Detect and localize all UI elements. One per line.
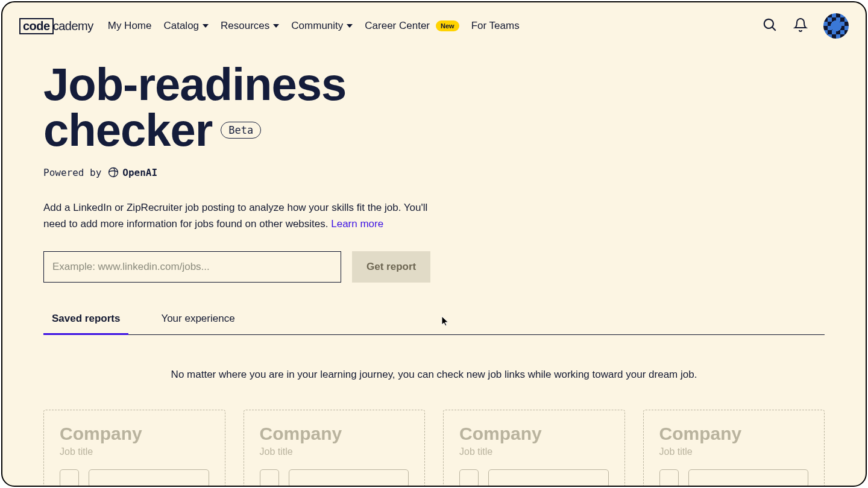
openai-logo: OpenAI — [107, 166, 157, 178]
input-row: Get report — [43, 251, 825, 283]
logo-rest: cademy — [53, 19, 93, 33]
main-content: Job-readiness checker Beta Powered by Op… — [2, 39, 866, 487]
nav-label: Community — [291, 20, 343, 32]
learn-more-link[interactable]: Learn more — [331, 218, 383, 230]
journey-text: No matter where you are in your learning… — [43, 369, 825, 381]
page-title-line1: Job-readiness — [43, 58, 346, 110]
card-company: Company — [459, 424, 609, 444]
placeholder-card: Company Job title — [43, 410, 225, 487]
beta-badge: Beta — [221, 122, 261, 139]
placeholder-bar — [289, 469, 409, 487]
placeholder-square — [459, 469, 479, 487]
page-title-line2: checker — [43, 108, 212, 152]
nav-for-teams[interactable]: For Teams — [471, 20, 520, 32]
nav-label: My Home — [108, 20, 152, 32]
openai-text: OpenAI — [122, 167, 157, 178]
card-company: Company — [60, 424, 209, 444]
nav-label: Career Center — [365, 20, 430, 32]
card-subtitle: Job title — [60, 446, 209, 457]
search-icon[interactable] — [762, 17, 778, 35]
get-report-button[interactable]: Get report — [352, 251, 430, 283]
logo-box: code — [19, 18, 54, 34]
card-subtitle: Job title — [459, 446, 609, 457]
avatar[interactable] — [823, 13, 849, 39]
placeholder-bar — [89, 469, 209, 487]
card-company: Company — [260, 424, 409, 444]
card-subtitle: Job title — [260, 446, 409, 457]
placeholder-square — [260, 469, 279, 487]
svg-point-0 — [764, 19, 773, 28]
chevron-down-icon — [203, 24, 209, 28]
svg-point-2 — [109, 168, 118, 177]
nav-resources[interactable]: Resources — [221, 20, 279, 32]
tab-your-experience[interactable]: Your experience — [153, 307, 243, 334]
powered-prefix: Powered by — [43, 167, 101, 178]
nav-label: Catalog — [163, 20, 199, 32]
powered-by: Powered by OpenAI — [43, 166, 825, 178]
chevron-down-icon — [347, 24, 353, 28]
placeholder-card: Company Job title — [443, 410, 625, 487]
nav-catalog[interactable]: Catalog — [163, 20, 209, 32]
placeholder-bar — [488, 469, 609, 487]
new-badge: New — [436, 20, 459, 31]
nav-links: My Home Catalog Resources Community Care… — [108, 20, 520, 32]
chevron-down-icon — [273, 24, 279, 28]
nav-label: For Teams — [471, 20, 520, 32]
job-url-input[interactable] — [43, 251, 341, 283]
description: Add a LinkedIn or ZipRecruiter job posti… — [43, 200, 429, 232]
bell-icon[interactable] — [793, 17, 808, 34]
placeholder-card: Company Job title — [643, 410, 825, 487]
placeholder-bar — [688, 469, 809, 487]
nav-community[interactable]: Community — [291, 20, 353, 32]
placeholder-card: Company Job title — [244, 410, 426, 487]
card-company: Company — [659, 424, 809, 444]
tab-saved-reports[interactable]: Saved reports — [43, 307, 128, 335]
placeholder-square — [60, 469, 79, 487]
nav-label: Resources — [221, 20, 269, 32]
svg-line-1 — [772, 27, 775, 30]
nav-career-center[interactable]: Career CenterNew — [365, 20, 459, 32]
placeholder-cards: Company Job title Company Job title Comp… — [43, 410, 825, 487]
nav-my-home[interactable]: My Home — [108, 20, 152, 32]
nav-right — [762, 13, 849, 39]
logo[interactable]: codecademy — [19, 18, 93, 34]
top-nav: codecademy My Home Catalog Resources Com… — [2, 2, 866, 39]
card-subtitle: Job title — [659, 446, 809, 457]
tabs: Saved reports Your experience — [43, 307, 825, 335]
placeholder-square — [659, 469, 679, 487]
